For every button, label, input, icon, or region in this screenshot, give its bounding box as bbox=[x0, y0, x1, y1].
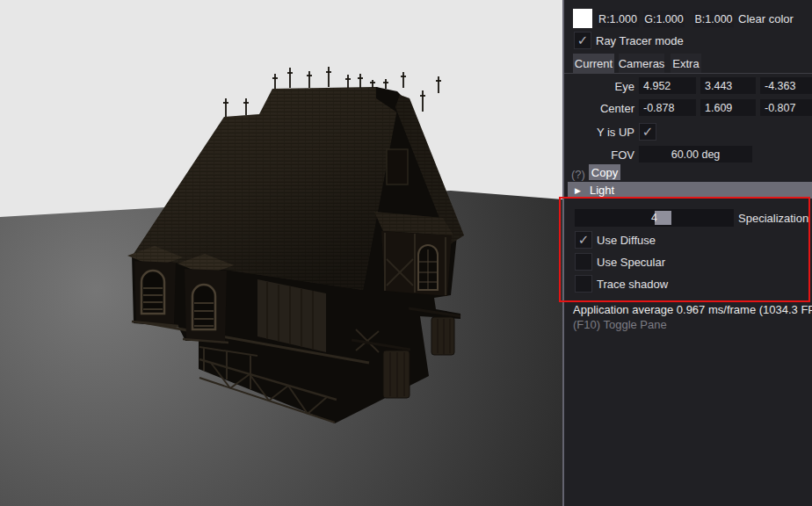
check-icon: ✓ bbox=[577, 33, 589, 47]
center-z-field[interactable]: -0.807 bbox=[760, 99, 812, 116]
eye-label: Eye bbox=[564, 77, 634, 95]
control-panel: R:1.000 G:1.000 B:1.000 Clear color ✓ Ra… bbox=[562, 0, 812, 506]
viewport-3d[interactable] bbox=[0, 0, 562, 506]
tab-current[interactable]: Current bbox=[573, 54, 614, 73]
red-channel-button[interactable]: R:1.000 bbox=[597, 11, 639, 27]
green-channel-button[interactable]: G:1.000 bbox=[643, 11, 685, 27]
slider-value: 4 bbox=[575, 209, 734, 227]
scene-render bbox=[0, 0, 562, 506]
center-label: Center bbox=[564, 99, 634, 117]
ray-tracer-checkbox[interactable]: ✓ bbox=[574, 32, 591, 49]
toggle-pane-hint: (F10) Toggle Pane bbox=[573, 318, 667, 331]
fov-field[interactable]: 60.00 deg bbox=[639, 146, 752, 163]
light-header-label: Light bbox=[590, 184, 614, 197]
performance-stats: Application average 0.967 ms/frame (1034… bbox=[573, 303, 812, 316]
trace-shadow-checkbox[interactable] bbox=[575, 275, 592, 293]
check-icon: ✓ bbox=[578, 233, 590, 246]
help-hint: (?) bbox=[571, 165, 585, 183]
use-diffuse-checkbox[interactable]: ✓ bbox=[575, 231, 592, 249]
tab-separator bbox=[564, 73, 812, 74]
use-specular-checkbox[interactable] bbox=[575, 253, 592, 271]
app-window: R:1.000 G:1.000 B:1.000 Clear color ✓ Ra… bbox=[0, 0, 812, 506]
tab-cameras[interactable]: Cameras bbox=[619, 54, 664, 73]
clear-color-label: Clear color bbox=[738, 11, 794, 27]
copy-button[interactable]: Copy bbox=[589, 164, 620, 180]
specialization-slider[interactable]: 4 bbox=[575, 209, 734, 227]
bay-window bbox=[374, 212, 453, 296]
specialization-label: Specialization bbox=[738, 209, 808, 227]
fov-label: FOV bbox=[564, 146, 634, 163]
clear-color-swatch[interactable] bbox=[573, 9, 592, 28]
eye-z-field[interactable]: -4.363 bbox=[760, 77, 812, 94]
eye-y-field[interactable]: 3.443 bbox=[700, 77, 756, 94]
collapse-arrow-icon: ▶ bbox=[575, 186, 581, 195]
y-up-checkbox[interactable]: ✓ bbox=[639, 123, 656, 141]
check-icon: ✓ bbox=[642, 125, 654, 138]
y-up-label: Y is UP bbox=[564, 123, 634, 141]
trace-shadow-label: Trace shadow bbox=[597, 275, 668, 293]
use-specular-label: Use Specular bbox=[597, 253, 665, 271]
eye-x-field[interactable]: 4.952 bbox=[639, 77, 696, 94]
center-y-field[interactable]: 1.609 bbox=[700, 99, 756, 116]
blue-channel-button[interactable]: B:1.000 bbox=[693, 11, 734, 27]
use-diffuse-label: Use Diffuse bbox=[597, 231, 656, 249]
tab-extra[interactable]: Extra bbox=[671, 54, 701, 73]
ray-tracer-label: Ray Tracer mode bbox=[596, 32, 684, 49]
gable-window bbox=[387, 149, 408, 184]
center-x-field[interactable]: -0.878 bbox=[639, 99, 696, 116]
light-header[interactable]: ▶ Light bbox=[568, 182, 812, 199]
